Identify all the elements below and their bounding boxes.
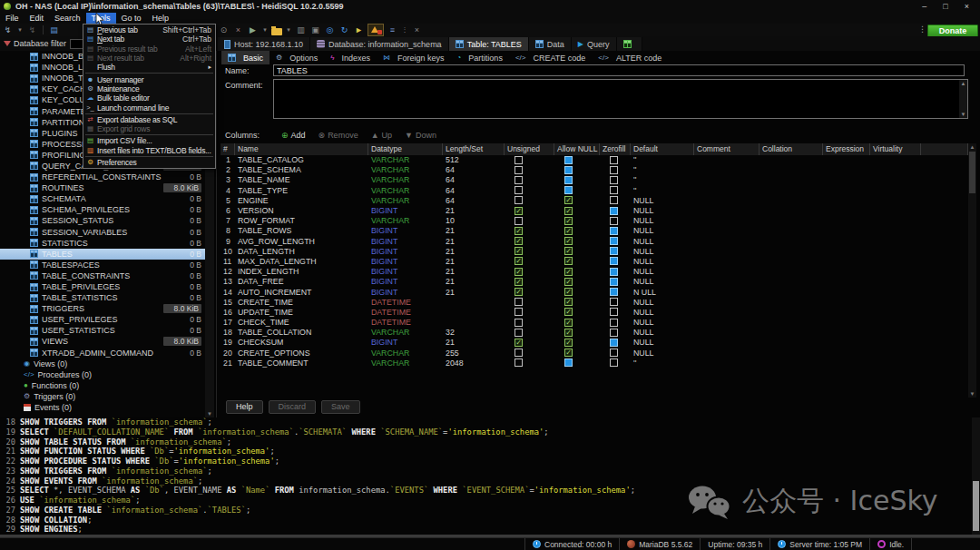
grid-header-collation[interactable]: Collation [760,143,823,155]
checkbox-allow-null[interactable] [564,298,573,306]
cell-name[interactable]: VERSION [235,206,368,215]
grid-row-data-length[interactable]: 10DATA_LENGTHBIGINT21NULL [220,246,968,256]
tree-item-tablespaces[interactable]: TABLESPACES0 B [0,260,205,270]
scroll-down-icon[interactable]: ▼ [968,390,976,398]
cell-length[interactable]: 21 [443,288,505,297]
checkbox-zerofill[interactable] [610,329,618,337]
cell-length[interactable]: 512 [443,155,505,164]
cell-length[interactable]: 21 [443,247,505,256]
tree-item-user-privileges[interactable]: USER_PRIVILEGES0 B [0,314,205,325]
grid-row-checksum[interactable]: 19CHECKSUMBIGINT21NULL [220,338,968,348]
checkbox-zerofill[interactable] [610,196,618,204]
connect-icon[interactable]: ↯ [2,24,14,36]
subtab-foreign-keys[interactable]: ⋈Foreign keys [377,51,451,64]
compare-icon[interactable]: ≡ [387,24,398,36]
cell-default[interactable]: NULL [631,308,694,317]
checkbox-allow-null[interactable] [564,207,573,215]
cell-datatype[interactable]: DATETIME [368,318,443,327]
cell-datatype[interactable]: BIGINT [368,226,443,235]
grid-row-update-time[interactable]: 16UPDATE_TIMEDATETIMENULL [220,307,968,317]
warning-icon[interactable] [368,24,384,36]
grid-header-[interactable]: # [220,143,235,155]
cell-default[interactable]: NULL [631,237,694,246]
grid-header-filler[interactable] [921,143,968,155]
checkbox-unsigned[interactable] [514,176,523,184]
checkbox-allow-null[interactable] [564,358,573,367]
cell-name[interactable]: TABLE_TYPE [235,186,368,195]
tree-item-procedures-0[interactable]: </>Procedures (0) [0,369,205,380]
tree-item-functions-0[interactable]: ●Functions (0) [0,380,205,391]
checkbox-unsigned[interactable] [514,349,523,357]
menu-help[interactable]: Help [147,13,175,24]
cell-datatype[interactable]: VARCHAR [368,328,443,337]
subtab-create-code[interactable]: </>CREATE code [509,51,592,64]
checkbox-allow-null[interactable] [564,156,573,164]
menu-item-export-database-as-sql[interactable]: ⇄Export database as SQL [83,115,215,124]
scroll-down-icon[interactable]: ▼ [959,111,967,118]
grid-header-expression[interactable]: Expression [823,143,870,155]
tab-query[interactable]: ▶Query [572,37,617,51]
scroll-down-icon[interactable]: ▼ [205,410,214,417]
run-icon[interactable]: ▶ [247,24,259,36]
checkbox-zerofill[interactable] [610,217,618,225]
move-down-button[interactable]: ▼Down [405,131,436,140]
grid-header-virtuality[interactable]: Virtuality [870,143,921,155]
checkbox-zerofill[interactable] [610,247,618,255]
more-dots-icon[interactable]: ⋮ [401,24,408,36]
cell-datatype[interactable]: DATETIME [368,308,443,317]
cell-default[interactable]: NULL [631,216,694,225]
checkbox-zerofill[interactable] [610,227,618,235]
grid-header-datatype[interactable]: Datatype [368,143,443,155]
grid-row-row-format[interactable]: 7ROW_FORMATVARCHAR10NULL [220,216,968,226]
move-up-button[interactable]: ▲Up [371,131,392,140]
cell-default[interactable]: '' [631,175,694,184]
checkbox-zerofill[interactable] [610,319,618,327]
scroll-up-icon[interactable]: ▲ [959,80,967,87]
checkbox-unsigned[interactable] [514,227,523,235]
tree-item-views[interactable]: VIEWS8.0 KiB [0,336,205,347]
tree-item-referential-constraints[interactable]: REFERENTIAL_CONSTRAINTS0 B [0,172,205,182]
grid-row-table-schema[interactable]: 2TABLE_SCHEMAVARCHAR64'' [220,165,968,175]
grid-row-max-data-length[interactable]: 11MAX_DATA_LENGTHBIGINT21NULL [220,256,968,266]
menu-item-export-grid-rows[interactable]: ▦Export grid rows [83,124,215,133]
checkbox-zerofill[interactable] [610,298,618,306]
grid-scrollbar-thumb[interactable] [969,152,975,193]
tab-host-192.168.1.10[interactable]: Host: 192.168.1.10 [218,37,310,51]
tree-item-triggers[interactable]: TRIGGERS8.0 KiB [0,303,205,314]
tree-item-triggers-0[interactable]: ⚙Triggers (0) [0,391,205,402]
cell-length[interactable]: 64 [443,186,505,195]
checkbox-allow-null[interactable] [564,176,573,184]
checkbox-zerofill[interactable] [610,257,618,265]
cell-length[interactable]: 2048 [443,358,505,368]
checkbox-allow-null[interactable] [564,349,573,357]
grid-row-data-free[interactable]: 13DATA_FREEBIGINT21NULL [220,277,968,287]
subtab-partitions[interactable]: ◔Partitions [451,51,509,64]
cell-length[interactable]: 21 [443,257,505,266]
cell-name[interactable]: TABLE_COMMENT [235,358,368,368]
select-arrow-icon[interactable]: ► [353,24,365,36]
grid-header-default[interactable]: Default [631,143,694,155]
help-button[interactable]: Help [226,400,263,414]
checkbox-allow-null[interactable] [564,196,573,204]
maximize-button[interactable]: □ [943,2,947,11]
checkbox-unsigned[interactable] [514,166,523,174]
cell-datatype[interactable]: BIGINT [368,338,443,347]
folder-dropdown-icon[interactable]: ▾ [285,24,292,36]
overflow-dots-icon[interactable]: ⋮ [918,25,926,34]
grid-header-zerofill[interactable]: Zerofill [600,143,631,155]
checkbox-unsigned[interactable] [514,186,523,194]
checkbox-unsigned[interactable] [514,278,523,286]
cell-length[interactable]: 21 [443,267,505,276]
cell-name[interactable]: TABLE_COLLATION [235,328,368,337]
tree-item-table-privileges[interactable]: TABLE_PRIVILEGES0 B [0,281,205,292]
cell-datatype[interactable]: VARCHAR [368,349,443,358]
grid-header-name[interactable]: Name [235,143,368,155]
save-icon[interactable]: ▥ [295,24,307,36]
cell-datatype[interactable]: BIGINT [368,206,443,215]
cell-default[interactable]: NULL [631,247,694,256]
cell-default[interactable]: NULL [631,267,694,276]
tree-item-session-variables[interactable]: SESSION_VARIABLES0 B [0,227,205,238]
connect-dropdown-icon[interactable]: ▾ [16,24,24,36]
checkbox-unsigned[interactable] [514,247,523,255]
checkbox-unsigned[interactable] [514,156,523,164]
